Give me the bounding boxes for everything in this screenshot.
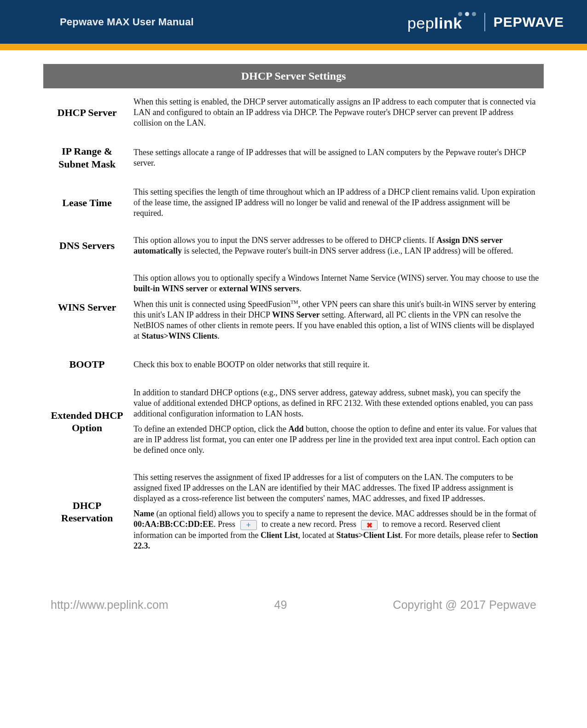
text: When this unit is connected using SpeedF… (134, 300, 291, 309)
text-bold: 00:AA:BB:CC:DD:EE (134, 520, 214, 529)
brand-left: peplink (407, 12, 476, 32)
row-label-bootp: BOOTP (43, 350, 131, 379)
table-row: DHCP Reservation This setting reserves t… (43, 464, 544, 560)
row-label-extended: Extended DHCP Option (43, 379, 131, 464)
text-bold: Status>Client List (336, 531, 401, 540)
manual-page: Pepwave MAX User Manual peplink PEPWAVE … (0, 0, 587, 728)
doc-title: Pepwave MAX User Manual (60, 16, 194, 28)
content: DHCP Server Settings DHCP Server When th… (0, 50, 587, 560)
text-bold: Name (134, 509, 154, 518)
text: . For more details, please refer to (401, 531, 512, 540)
text: This option allows you to input the DNS … (134, 236, 436, 245)
footer-page-number: 49 (274, 598, 287, 612)
text: In addition to standard DHCP options (e.… (134, 387, 540, 419)
table-row: Extended DHCP Option In addition to stan… (43, 379, 544, 464)
text: . Press (214, 520, 238, 529)
brand-word-pepwave: PEPWAVE (494, 14, 564, 30)
text: or (208, 284, 219, 293)
table-row: IP Range & Subnet Mask These settings al… (43, 137, 544, 179)
brand-word-peplink: peplink (407, 14, 462, 32)
table-title: DHCP Server Settings (43, 64, 544, 88)
text: This option allows you to optionally spe… (134, 273, 539, 283)
row-desc-extended: In addition to standard DHCP options (e.… (131, 379, 544, 464)
row-label-reservation: DHCP Reservation (43, 464, 131, 560)
text-bold: Status>WINS Clients (142, 331, 218, 341)
row-desc-bootp: Check this box to enable BOOTP on older … (131, 350, 544, 379)
table-row: WINS Server This option allows you to op… (43, 265, 544, 350)
text-bold: Add (289, 424, 304, 433)
text-bold: external WINS servers (219, 284, 300, 293)
brand-peplink-thin: pep (407, 14, 434, 32)
row-label-ip-range: IP Range & Subnet Mask (43, 137, 131, 179)
text: (an optional field) allows you to specif… (154, 509, 536, 518)
add-record-icon[interactable]: + (240, 520, 257, 530)
text-bold: built-in WINS server (134, 284, 208, 293)
accent-strip (0, 44, 587, 50)
dhcp-settings-table: DHCP Server Settings DHCP Server When th… (43, 64, 544, 560)
text: to create a new record. Press (260, 520, 359, 529)
table-row: DNS Servers This option allows you to in… (43, 227, 544, 265)
row-desc-dhcp-server: When this setting is enabled, the DHCP s… (131, 88, 544, 137)
trademark-sup: TM (291, 299, 298, 305)
row-desc-lease-time: This setting specifies the length of tim… (131, 179, 544, 227)
text: This setting reserves the assignment of … (134, 472, 540, 504)
table-title-row: DHCP Server Settings (43, 64, 544, 88)
row-label-lease-time: Lease Time (43, 179, 131, 227)
header-bar: Pepwave MAX User Manual peplink PEPWAVE (0, 0, 587, 44)
row-desc-wins-server: This option allows you to optionally spe… (131, 265, 544, 350)
row-label-dns-servers: DNS Servers (43, 227, 131, 265)
table-row: Lease Time This setting specifies the le… (43, 179, 544, 227)
text: . (299, 284, 302, 293)
text-bold: WINS Server (272, 310, 320, 319)
row-desc-ip-range: These settings allocate a range of IP ad… (131, 137, 544, 179)
footer-url: http://www.peplink.com (51, 598, 169, 612)
footer-copyright: Copyright @ 2017 Pepwave (393, 598, 536, 612)
footer: http://www.peplink.com 49 Copyright @ 20… (0, 598, 587, 612)
text: . (217, 331, 220, 341)
row-label-dhcp-server: DHCP Server (43, 88, 131, 137)
brand-divider-icon (484, 13, 485, 31)
brand-block: peplink PEPWAVE (407, 12, 564, 32)
brand-peplink-bold: link (434, 14, 462, 32)
remove-record-icon[interactable]: ✖ (361, 520, 378, 530)
table-row: DHCP Server When this setting is enabled… (43, 88, 544, 137)
table-row: BOOTP Check this box to enable BOOTP on … (43, 350, 544, 379)
row-desc-dns-servers: This option allows you to input the DNS … (131, 227, 544, 265)
brand-dots-icon (458, 12, 476, 16)
text-bold: Client List (261, 531, 298, 540)
text: To define an extended DHCP option, click… (134, 424, 289, 433)
text: is selected, the Pepwave router's built-… (182, 246, 513, 255)
text: , located at (298, 531, 336, 540)
row-label-wins-server: WINS Server (43, 265, 131, 350)
row-desc-reservation: This setting reserves the assignment of … (131, 464, 544, 560)
